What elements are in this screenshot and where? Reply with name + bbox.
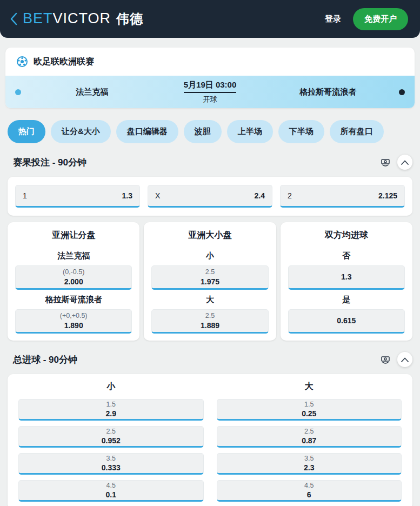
tab-first-half[interactable]: 上半场	[227, 120, 273, 143]
soccer-ball-icon	[16, 56, 28, 68]
cash-out-icon	[380, 157, 391, 168]
odds-button-under-3-5[interactable]: 3.5 0.333	[18, 453, 204, 475]
odds-button-handicap-home[interactable]: (0,-0.5) 2.000	[15, 265, 132, 290]
odds-button-over-3-5[interactable]: 3.5 2.3	[217, 453, 402, 475]
odds-button-over-1-5[interactable]: 1.5 0.25	[217, 399, 402, 421]
selection-odds: 1.975	[201, 277, 219, 287]
app-header: BETVICTOR 伟德 登录 免费开户	[0, 0, 420, 38]
selection-odds: 0.87	[302, 436, 316, 445]
collapse-section-button[interactable]	[397, 155, 412, 170]
selection-name: 否	[288, 251, 405, 261]
totals-under-column: 小 1.5 2.9 2.5 0.952 3.5 0.333 4.5 0.1	[18, 381, 204, 502]
totals-line: 1.5	[106, 400, 116, 409]
logo-bet: BET	[23, 10, 53, 27]
collapse-section-button[interactable]	[397, 352, 412, 367]
selection-name: 是	[288, 295, 405, 305]
brand-logo: BETVICTOR 伟德	[23, 10, 143, 28]
selection-odds: 0.25	[302, 409, 316, 418]
section-icons	[380, 352, 412, 367]
column-header: 大	[217, 381, 402, 392]
tab-correct-score[interactable]: 波胆	[184, 120, 222, 143]
totals-line: 2.5	[106, 427, 116, 436]
selection-odds: 0.615	[337, 316, 356, 325]
odds-button-over-2-5[interactable]: 2.5 0.87	[217, 426, 402, 448]
odds-button-under[interactable]: 2.5 1.975	[151, 265, 268, 290]
odds-button-over-4-5[interactable]: 4.5 6	[217, 480, 402, 502]
totals-over-column: 大 1.5 0.25 2.5 0.87 3.5 2.3 4.5 6	[217, 381, 402, 502]
odds-button-handicap-away[interactable]: (+0,+0.5) 1.890	[15, 309, 132, 334]
match-kickoff: 5月19日 03:00 开球	[162, 80, 259, 104]
match-result-card: 1 1.3 X 2.4 2 2.125	[8, 177, 412, 216]
section-title: 总进球 - 90分钟	[13, 354, 77, 366]
section-header-match-result: 赛果投注 - 90分钟	[13, 153, 412, 171]
selection-odds: 2.9	[106, 409, 116, 418]
section-header-total-goals: 总进球 - 90分钟	[13, 350, 412, 369]
totals-line: 3.5	[304, 454, 314, 463]
totals-line: 4.5	[304, 481, 314, 490]
odds-button-under-2-5[interactable]: 2.5 0.952	[18, 426, 204, 448]
league-header: 欧足联欧洲联赛	[5, 48, 415, 76]
chevron-up-icon	[401, 357, 409, 362]
selection-odds: 2.125	[378, 191, 397, 200]
away-team-name: 格拉斯哥流浪者	[259, 87, 398, 97]
odds-button-home[interactable]: 1 1.3	[15, 185, 140, 208]
home-team-dot-icon	[15, 89, 21, 95]
totals-line: 4.5	[106, 481, 116, 490]
selection-odds: 6	[307, 490, 311, 500]
market-tabs: 热门 让分&大小 盘口编辑器 波胆 上半场 下半场 所有盘口	[8, 120, 412, 143]
selection-odds: 0.1	[106, 490, 116, 500]
selection-odds: 1.3	[122, 191, 132, 200]
back-chevron-icon	[9, 11, 18, 26]
signup-button[interactable]: 免费开户	[353, 8, 408, 30]
odds-button-under-4-5[interactable]: 4.5 0.1	[18, 480, 204, 502]
section-icons	[380, 155, 412, 170]
logo-victor: VICTOR	[53, 10, 111, 27]
tab-all-markets[interactable]: 所有盘口	[330, 120, 384, 143]
match-row[interactable]: 法兰克福 5月19日 03:00 开球 格拉斯哥流浪者	[5, 76, 415, 108]
odds-button-btts-no[interactable]: 1.3	[288, 265, 405, 290]
selection-odds: 1.3	[341, 272, 351, 282]
kickoff-datetime: 5月19日 03:00	[184, 80, 237, 93]
odds-button-draw[interactable]: X 2.4	[148, 185, 272, 208]
totals-line: 2.5	[304, 427, 314, 436]
panel-title: 亚洲让分盘	[15, 230, 132, 241]
tab-second-half[interactable]: 下半场	[278, 120, 324, 143]
panel-asian-totals: 亚洲大小盘 小 2.5 1.975 大 2.5 1.889	[144, 222, 276, 341]
panel-asian-handicap: 亚洲让分盘 法兰克福 (0,-0.5) 2.000 格拉斯哥流浪者 (+0,+0…	[8, 222, 139, 341]
selection-odds: 0.333	[102, 463, 121, 472]
selection-odds: 2.4	[255, 191, 265, 200]
column-header: 小	[18, 381, 204, 392]
away-team-dot-icon	[399, 89, 405, 95]
totals-line: 3.5	[106, 454, 116, 463]
login-link[interactable]: 登录	[325, 14, 341, 24]
odds-button-btts-yes[interactable]: 0.615	[288, 309, 405, 334]
handicap-line: (0,-0.5)	[63, 268, 84, 276]
header-actions: 登录 免费开户	[325, 8, 408, 30]
panel-title: 双方均进球	[288, 230, 405, 241]
panel-title: 亚洲大小盘	[151, 230, 268, 241]
selection-odds: 1.890	[64, 321, 83, 330]
odds-button-over[interactable]: 2.5 1.889	[151, 309, 268, 334]
selection-name: 小	[151, 251, 268, 261]
selection-label: 1	[23, 191, 27, 200]
totals-line: 2.5	[205, 311, 215, 320]
cash-out-icon	[380, 354, 391, 365]
selection-odds: 2.3	[304, 463, 314, 472]
total-goals-card: 小 1.5 2.9 2.5 0.952 3.5 0.333 4.5 0.1 大 …	[8, 374, 412, 506]
league-title: 欧足联欧洲联赛	[34, 56, 94, 68]
back-button[interactable]	[9, 11, 18, 26]
tab-hot[interactable]: 热门	[8, 120, 45, 143]
kickoff-status: 开球	[162, 95, 259, 104]
match-card: 欧足联欧洲联赛 法兰克福 5月19日 03:00 开球 格拉斯哥流浪者	[5, 48, 415, 108]
section-title: 赛果投注 - 90分钟	[13, 156, 86, 169]
totals-line: 1.5	[304, 400, 314, 409]
odds-button-away[interactable]: 2 2.125	[280, 185, 405, 208]
tab-bet-builder[interactable]: 盘口编辑器	[116, 120, 178, 143]
selection-label: X	[155, 191, 160, 200]
odds-button-under-1-5[interactable]: 1.5 2.9	[18, 399, 204, 421]
chevron-up-icon	[401, 160, 409, 165]
selection-odds: 2.000	[64, 277, 83, 287]
tab-handicap-totals[interactable]: 让分&大小	[51, 120, 111, 143]
selection-name: 格拉斯哥流浪者	[15, 295, 132, 305]
logo-chinese: 伟德	[116, 10, 143, 28]
